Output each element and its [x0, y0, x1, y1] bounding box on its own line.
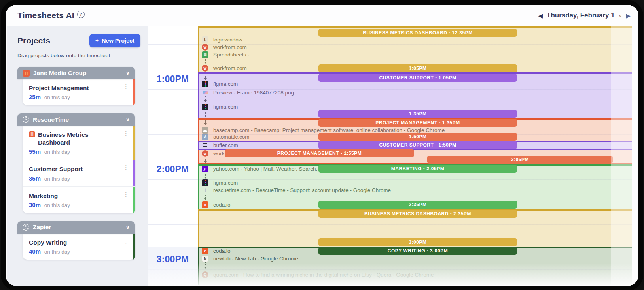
project-name: Customer Support [29, 165, 83, 173]
hour-label-2pm: 2:00PM [148, 164, 198, 175]
time-block-pill[interactable]: COPY WRITING - 3:00PM [318, 247, 517, 255]
activity-row: w workfrom.com [202, 64, 247, 72]
duration-suffix: on this day [44, 202, 70, 208]
spreadsheets-icon: ▦ [202, 51, 208, 58]
activity-row: Q quora.com - How to find a winning nich… [202, 271, 434, 278]
hour-label-3pm: 3:00PM [148, 254, 198, 265]
project-color-stripe [133, 79, 135, 105]
workfrom-icon: w [202, 150, 208, 157]
activity-label: workfrom.com [213, 65, 247, 71]
time-block-pill[interactable]: BUSINESS METRICS DASHBOARD - 12:35PM [318, 29, 517, 37]
project-name: Copy Writing [29, 239, 67, 246]
drop-arrow-icon [203, 75, 207, 80]
figma-icon [202, 81, 208, 87]
drop-arrow-icon [203, 173, 207, 179]
activity-row: figma.com [202, 80, 238, 87]
activity-row: ▦ Spreadsheets - [202, 51, 250, 58]
kebab-menu-icon[interactable]: ⋮ [123, 191, 129, 197]
quora-icon: Q [202, 271, 208, 278]
project-card-marketing[interactable]: Marketing 30m on this day ⋮ [23, 187, 135, 213]
activity-row: A automattic.com [202, 133, 250, 140]
group-header-rescuetime[interactable]: RescueTime ∨ [17, 113, 135, 126]
duration-suffix: on this day [44, 149, 70, 155]
drop-arrow-icon [203, 96, 207, 102]
rescuetime-icon: + [202, 187, 208, 194]
chevron-down-icon[interactable]: ∨ [125, 224, 130, 230]
sidebar-title: Projects [17, 36, 50, 45]
group-name: RescueTime [33, 116, 69, 123]
time-block-pill[interactable]: CUSTOMER SUPPORT - 1:05PM [318, 74, 517, 82]
date-chevron-down-icon[interactable]: ∨ [619, 13, 622, 19]
current-date-label[interactable]: Thursday, February 1 [547, 11, 615, 19]
group-name: Zapier [33, 224, 51, 231]
figma-icon [202, 104, 208, 110]
activity-row: + rescuetime.com - RescueTime - Support:… [202, 186, 391, 194]
new-project-button[interactable]: + New Project [89, 34, 140, 47]
time-marker-pill[interactable]: 1:50PM [318, 133, 517, 141]
figma-icon [202, 179, 208, 186]
drop-arrow-icon [203, 262, 207, 269]
kebab-menu-icon[interactable]: ⋮ [123, 83, 129, 89]
kebab-menu-icon[interactable]: ⋮ [123, 238, 129, 244]
time-marker-pill[interactable]: 1:05PM [318, 64, 517, 72]
project-duration: 35m [29, 175, 41, 182]
project-card-customer-support[interactable]: Customer Support 35m on this day ⋮ [23, 160, 135, 186]
basecamp-icon [202, 127, 208, 134]
activity-label: figma.com [213, 104, 238, 110]
activity-label: quora.com - How to find a winning niche … [213, 272, 434, 278]
group-header-zapier[interactable]: Zapier ∨ [17, 221, 135, 234]
time-block-pill[interactable]: BUSINESS METRICS DASHBOARD - 2:35PM [318, 210, 517, 218]
group-name: Jane Media Group [33, 70, 86, 77]
drop-arrow-icon [203, 158, 207, 163]
help-icon[interactable]: ? [77, 11, 85, 18]
main-content: Projects + New Project Drag projects bel… [6, 26, 638, 286]
newtab-icon: N [202, 255, 208, 262]
sidebar-hint: Drag projects below onto the timesheet [17, 53, 148, 58]
drop-arrow-icon [203, 194, 207, 200]
previous-day-arrow-icon[interactable]: ◀ [538, 13, 543, 19]
new-project-label: New Project [102, 38, 134, 44]
time-block-pill[interactable]: CUSTOMER SUPPORT - 1:50PM [318, 141, 517, 149]
height-app-icon: H [23, 70, 30, 77]
time-marker-pill[interactable]: 2:05PM [427, 156, 613, 164]
time-block-pill[interactable]: MARKETING - 2:05PM [318, 165, 517, 173]
activity-row: c coda.io [202, 201, 231, 208]
coda-icon: c [202, 248, 208, 254]
time-block-pill[interactable]: PROJECT MANAGEMENT - 1:35PM [318, 119, 517, 127]
activity-label: rescuetime.com - RescueTime - Support: a… [213, 187, 391, 193]
activity-row: buffer.com [202, 141, 238, 149]
drop-arrow-icon [203, 57, 207, 64]
time-marker-pill[interactable]: 2:35PM [318, 201, 517, 209]
coda-icon: c [202, 201, 208, 208]
chevron-down-icon[interactable]: ∨ [125, 70, 130, 76]
project-duration: 55m [29, 148, 41, 155]
project-color-stripe [133, 126, 135, 160]
group-header-jane-media-group[interactable]: H Jane Media Group ∨ [17, 67, 135, 79]
block-top-border [198, 26, 632, 28]
workfrom-icon: w [202, 44, 208, 51]
project-color-stripe [133, 234, 135, 260]
time-marker-pill[interactable]: 3:00PM [318, 238, 517, 246]
kebab-menu-icon[interactable]: ⋮ [123, 164, 129, 170]
activity-label: figma.com [213, 81, 238, 87]
time-block-pill[interactable]: PROJECT MANAGEMENT - 1:55PM [225, 149, 414, 157]
project-card-project-management[interactable]: Project Management 25m on this day ⋮ [23, 79, 135, 105]
project-card-business-metrics-dashboard[interactable]: H Business Metrics Dashboard 55m on this… [23, 126, 135, 160]
kebab-menu-icon[interactable]: ⋮ [123, 130, 129, 136]
chevron-down-icon[interactable]: ∨ [125, 117, 130, 122]
activity-row: figma.com [202, 103, 238, 110]
plus-icon: + [95, 37, 99, 44]
project-duration: 25m [29, 94, 41, 100]
next-day-arrow-icon[interactable]: ▶ [626, 13, 631, 19]
duration-suffix: on this day [44, 249, 70, 255]
time-marker-pill[interactable]: 1:35PM [318, 110, 517, 118]
project-name: Marketing [29, 192, 58, 200]
activity-row: y! yahoo.com - Yahoo | Mail, Weather, Se… [202, 165, 330, 172]
activity-label: buffer.com [213, 142, 238, 148]
activity-row: w workfrom.com [202, 43, 247, 51]
activity-label: basecamp.com - Basecamp: Project managem… [213, 127, 445, 133]
project-card-copy-writing[interactable]: Copy Writing 40m on this day ⋮ [23, 234, 135, 260]
user-circle-icon [23, 224, 29, 231]
buffer-icon [202, 142, 208, 149]
page-title: Timesheets AI [17, 11, 74, 20]
